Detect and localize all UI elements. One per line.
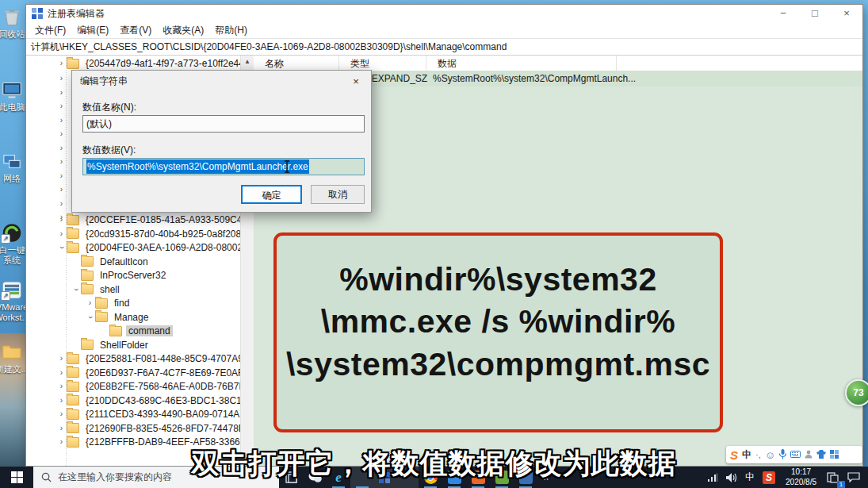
tree-expander-icon[interactable]: › (56, 352, 67, 366)
tree-expander-icon[interactable]: › (56, 407, 67, 421)
tree-item[interactable]: ›{20CCEF1E-0185-41a5-A933-509C43B5 (26, 213, 241, 227)
folder-icon (67, 367, 79, 378)
folder-icon (95, 298, 108, 309)
tree-item[interactable]: InProcServer32 (26, 268, 241, 282)
shortcut-arrow-icon: ↗ (1, 234, 10, 244)
column-name[interactable]: 名称 (254, 56, 339, 71)
recycle-bin-icon (0, 6, 24, 28)
folder-icon (67, 59, 79, 69)
tree-item-label: InProcServer32 (98, 270, 168, 281)
tree-item[interactable]: ›{205447d9-4af1-4f97-a773-e10ff2e44e (26, 56, 241, 71)
window-title: 注册表编辑器 (48, 7, 105, 21)
maximize-button[interactable]: □ (799, 5, 831, 22)
tree-expander-icon: › (56, 113, 67, 128)
annotation-callout-box: %windir%\system32 \mmc.exe /s %windir% \… (273, 232, 723, 432)
tree-item[interactable]: ›{20D04FE0-3AEA-1069-A2D8-08002B30 (26, 240, 241, 255)
tree-expander-icon: › (56, 86, 67, 100)
tree-item-label: Manage (112, 312, 151, 323)
folder-icon (67, 354, 79, 364)
speedup-float-ball[interactable]: 73 (845, 379, 868, 406)
tree-expander-icon[interactable]: › (56, 366, 67, 380)
new-folder-icon (0, 341, 24, 363)
tree-item[interactable]: ›{20cd9315-87d0-40b4-b925-0a8f208e (26, 227, 241, 241)
folder-icon (67, 409, 79, 420)
address-bar[interactable]: 计算机\HKEY_CLASSES_ROOT\CLSID\{20D04FE0-3A… (26, 38, 862, 56)
ok-button[interactable]: 确定 (241, 185, 302, 204)
tree-item[interactable]: ShellFolder (26, 338, 241, 352)
folder-icon (67, 215, 79, 225)
folder-icon (81, 340, 94, 350)
column-data[interactable]: 数据 (426, 56, 617, 71)
tree-expander-icon: › (56, 99, 67, 113)
tree-item[interactable]: ›{210DDC43-689C-46E3-BDC1-38C16CE (26, 394, 241, 408)
value-name-input[interactable]: (默认) (82, 115, 365, 133)
menu-item-3[interactable]: 收藏夹(A) (157, 24, 209, 37)
folder-icon (81, 256, 94, 267)
folder-icon (95, 312, 108, 322)
menu-item-0[interactable]: 文件(F) (29, 24, 71, 37)
tree-expander-icon: › (56, 141, 67, 156)
folder-icon (67, 395, 79, 405)
tree-item[interactable]: ›{20E8B2FE-7568-46AE-A0DB-76B7F469 (26, 379, 241, 394)
tree-item-label: {20E25881-F081-448e-85C9-4707A940 (83, 353, 254, 364)
tree-expander-icon[interactable]: › (56, 379, 67, 394)
tree-item[interactable]: DefaultIcon (26, 255, 241, 269)
close-button[interactable]: × (831, 5, 862, 22)
folder-icon (81, 271, 94, 281)
tree-item[interactable]: ›{2111CED3-4393-4490-BA09-0714A7C9 (26, 407, 241, 421)
xiaobai-installer-icon: ↗ (0, 222, 24, 244)
edit-string-dialog: 编辑字符串 × 数值名称(N): (默认) 数值数据(V): %SystemRo… (71, 70, 372, 213)
tree-item[interactable]: ›find (26, 296, 241, 310)
tree-expander-icon: › (56, 169, 67, 183)
folder-icon (67, 423, 79, 433)
menu-item-4[interactable]: 帮助(H) (209, 24, 253, 37)
dialog-titlebar[interactable]: 编辑字符串 × (72, 71, 371, 92)
tree-expander-icon[interactable]: › (56, 394, 67, 408)
tree-item[interactable]: ›{20E25881-F081-448e-85C9-4707A940 (26, 352, 241, 366)
tree-item-label: ShellFolder (98, 340, 151, 351)
tree-expander-icon: › (56, 183, 67, 197)
tree-item[interactable]: ›Manage (26, 310, 241, 325)
tree-expander-icon[interactable]: › (56, 421, 67, 436)
folder-icon (109, 326, 122, 336)
value-data-input[interactable]: %SystemRoot%\system32\CompMgmtLauncher.e… (82, 158, 365, 175)
tree-item[interactable]: command (26, 324, 241, 338)
tree-item-label: DefaultIcon (98, 256, 151, 267)
tree-item-label: {20E8B2FE-7568-46AE-A0DB-76B7F469 (83, 381, 254, 392)
value-name-label: 数值名称(N): (82, 101, 136, 114)
video-subtitle: 双击打开它，将数值数据修改为此数据 (0, 445, 868, 482)
tree-item-label: {20cd9315-87d0-40b4-b925-0a8f208e (83, 229, 249, 240)
value-data-cell: %SystemRoot%\system32\CompMgmtLaunch... (426, 73, 636, 84)
tree-item[interactable]: ›{20E6D937-F6A7-4C7F-8E69-7E0AF817 (26, 366, 241, 380)
tree-item[interactable]: ›shell (26, 282, 241, 297)
tree-item-label: {212690FB-83E5-4526-8FD7-74478B79 (83, 423, 254, 434)
dialog-title: 编辑字符串 (72, 75, 128, 88)
tree-expander-icon[interactable]: › (56, 227, 67, 241)
tree-expander-icon: › (56, 71, 67, 86)
callout-line-3: \system32\compmgmt.msc (286, 344, 710, 386)
tree-item[interactable]: ›{212690FB-83E5-4526-8FD7-74478B79 (26, 421, 241, 436)
menu-item-2[interactable]: 查看(V) (114, 24, 157, 37)
tree-item-label: {205447d9-4af1-4f97-a773-e10ff2e44e (83, 58, 252, 69)
tree-item-label: {20CCEF1E-0185-41a5-A933-509C43B5 (83, 214, 254, 225)
tree-expander-icon[interactable]: › (56, 56, 67, 71)
folder-icon (67, 382, 79, 392)
tree-expander-icon[interactable]: › (56, 213, 67, 227)
tree-expander-icon: › (56, 155, 67, 169)
registry-app-icon (32, 8, 43, 19)
dialog-close-icon[interactable]: × (341, 71, 371, 92)
tree-expander-icon[interactable]: › (85, 296, 95, 310)
tree-item-label: shell (98, 284, 122, 295)
scroll-up-icon[interactable]: ▲ (241, 56, 254, 68)
vmware-workstation-icon: ↗ (0, 279, 24, 301)
tree-item-label: {2111CED3-4393-4490-BA09-0714A7C9 (83, 409, 254, 420)
tree-item-label: {210DDC43-689C-46E3-BDC1-38C16CE (83, 395, 254, 406)
minimize-button[interactable]: − (767, 5, 799, 22)
tree-expander-icon: › (56, 127, 67, 141)
menu-item-1[interactable]: 编辑(E) (71, 24, 114, 37)
cancel-button[interactable]: 取消 (311, 185, 365, 204)
tree-item-label: {20E6D937-F6A7-4C7F-8E69-7E0AF817 (83, 367, 254, 378)
list-header: 名称 类型 数据 (254, 56, 862, 71)
column-type[interactable]: 类型 (339, 56, 426, 71)
window-titlebar[interactable]: 注册表编辑器 − □ × (26, 5, 862, 22)
